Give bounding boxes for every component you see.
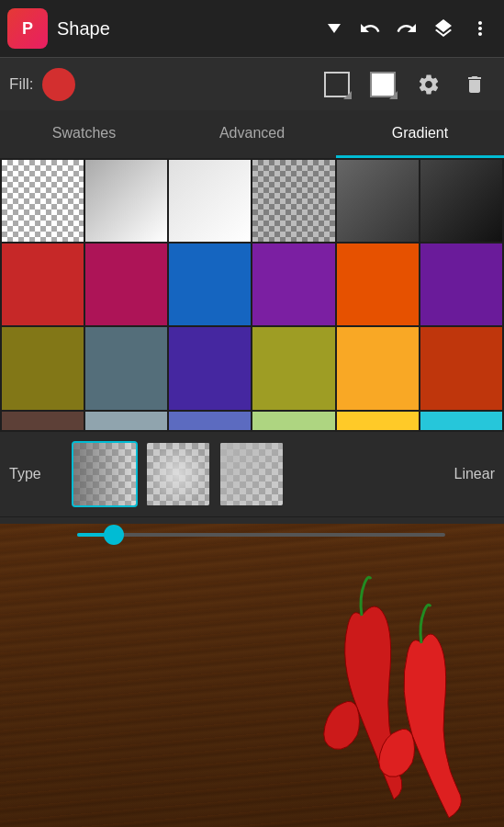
trash-delete-button[interactable] [454,64,495,105]
swatch-blue-gray[interactable] [85,327,167,409]
swatch-gray-white-1[interactable] [85,160,167,242]
redo-button[interactable] [390,12,423,45]
corner-triangle-icon [343,91,352,99]
swatch-red[interactable] [2,244,84,325]
swatch-olive[interactable] [2,327,84,409]
gear-settings-button[interactable] [409,64,449,105]
fill-label: Fill: [9,75,33,94]
type-radial-overlay [147,443,209,505]
gear-icon [417,73,441,96]
swatch-deep-purple[interactable] [420,244,502,325]
swatch-amber[interactable] [337,327,419,409]
angle-slider-track[interactable] [77,533,445,537]
strip-swatch-green[interactable] [252,412,334,430]
app-icon: P [7,8,48,49]
swatch-purple[interactable] [252,244,334,325]
fill-bar: Fill: [0,57,504,110]
swatches-grid [0,158,504,412]
app-icon-wrap: P [7,8,48,49]
swatch-dark-gray[interactable] [337,160,419,242]
top-bar: P Shape [0,0,504,57]
swatch-orange[interactable] [337,244,419,325]
strip-swatch-brown[interactable] [2,412,84,430]
swatch-very-dark[interactable] [420,160,502,242]
swatch-pink[interactable] [85,244,167,325]
type-linear-overlay [73,443,136,505]
tab-gradient[interactable]: Gradient [336,110,504,158]
fill-color-circle[interactable] [42,68,75,101]
swatch-transparent-2[interactable] [252,160,334,242]
fill-style-button[interactable] [363,64,403,105]
swatch-lime[interactable] [252,327,334,409]
triangle-indicator [317,12,350,45]
strip-swatch-blue-gray-light[interactable] [85,412,167,430]
type-sweep-overlay [220,443,283,505]
triangle-down-icon [328,24,341,33]
type-label: Type [9,466,64,482]
border-style-button[interactable] [317,64,357,105]
swatch-deep-orange[interactable] [420,327,502,409]
app-icon-letter: P [22,19,33,39]
type-option-sweep[interactable] [218,441,285,507]
swatch-light-gray-white[interactable] [169,160,251,242]
peppers-decoration [229,570,504,827]
corner-triangle-icon-2 [389,91,398,99]
trash-icon [464,74,486,96]
swatch-blue[interactable] [169,244,251,325]
layers-button[interactable] [427,12,460,45]
swatch-indigo[interactable] [169,327,251,409]
swatches-strip [0,412,504,432]
type-option-radial[interactable] [145,441,211,507]
tab-advanced[interactable]: Advanced [168,110,336,158]
strip-swatch-yellow[interactable] [337,412,419,430]
more-options-button[interactable] [464,12,497,45]
page-title: Shape [57,18,313,40]
angle-slider-thumb[interactable] [104,525,124,545]
undo-button[interactable] [353,12,386,45]
strip-swatch-indigo-light[interactable] [169,412,251,430]
tab-bar: Swatches Advanced Gradient [0,110,504,158]
strip-swatch-cyan[interactable] [420,412,502,430]
type-current-label: Linear [292,466,495,482]
type-option-linear[interactable] [72,441,138,507]
swatch-transparent-1[interactable] [2,160,84,242]
type-row: Type Linear [0,432,504,516]
tab-swatches[interactable]: Swatches [0,110,168,158]
